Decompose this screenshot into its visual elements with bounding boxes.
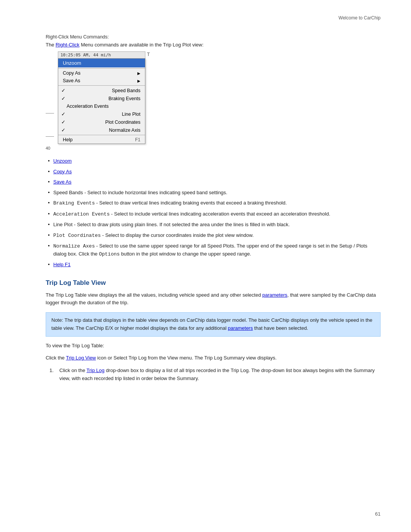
trip-log-view-link[interactable]: Trip Log View	[66, 355, 96, 361]
chart-header-bar: 10:25:05 AM, 44 mi/h	[58, 51, 145, 58]
bullet-unzoom: Unzoom	[46, 157, 381, 165]
right-click-label: Right-Click Menu Commands:	[46, 34, 381, 40]
trip-log-intro: The Trip Log Table view displays the all…	[46, 291, 381, 307]
help-f1-link[interactable]: Help F1	[53, 262, 71, 267]
menu-bullet-list: Unzoom Copy As Save As Speed Bands - Sel…	[46, 157, 381, 268]
step-1-number: 1.	[49, 367, 54, 375]
bullet-copy-as: Copy As	[46, 168, 381, 176]
step-list: 1. Click on the Trip Log drop-down box t…	[46, 367, 381, 383]
right-click-link[interactable]: Right-Click	[56, 42, 80, 48]
step-1: 1. Click on the Trip Log drop-down box t…	[46, 367, 381, 383]
bullet-speed-bands: Speed Bands - Select to include horizont…	[46, 189, 381, 197]
page-number: 61	[375, 511, 381, 517]
bullet-help: Help F1	[46, 261, 381, 268]
context-menu-image: 40 10:25:05 AM, 44 mi/h Unzoom Copy As ▶	[46, 51, 167, 150]
save-as-arrow: ▶	[137, 79, 140, 83]
menu-copy-as[interactable]: Copy As ▶	[58, 69, 145, 77]
menu-plot-coordinates[interactable]: Plot Coordinates	[58, 118, 145, 126]
copy-as-arrow: ▶	[137, 71, 140, 75]
menu-normalize-axis[interactable]: Normalize Axis	[58, 126, 145, 134]
bullet-plot-coordinates: Plot Coordinates - Select to display the…	[46, 232, 381, 240]
help-shortcut: F1	[135, 137, 140, 142]
bullet-line-plot: Line Plot - Select to draw plots using p…	[46, 221, 381, 228]
bullet-acceleration-events: Acceleration Events - Select to include …	[46, 210, 381, 218]
note-text: Note: The trip data that displays in the…	[51, 317, 373, 331]
bullet-braking-events: Braking Events - Select to draw vertical…	[46, 199, 381, 207]
bullet-normalize-axes: Normalize Axes - Select to use the same …	[46, 242, 381, 258]
context-menu: Unzoom Copy As ▶ Save As ▶ Speed Bands B…	[58, 58, 145, 144]
header-title: Welcome to CarChip	[339, 15, 381, 21]
note-box: Note: The trip data that displays in the…	[46, 312, 381, 337]
parameters-link-note[interactable]: parameters	[228, 325, 253, 331]
click-text: Click the Trip Log View icon or Select T…	[46, 354, 381, 362]
section-title: Trip Log Table View	[46, 279, 381, 287]
menu-line-plot[interactable]: Line Plot	[58, 110, 145, 118]
menu-speed-bands[interactable]: Speed Bands	[58, 86, 145, 94]
menu-help[interactable]: Help F1	[58, 136, 145, 144]
copy-as-link[interactable]: Copy As	[53, 169, 72, 174]
trip-log-dropdown-link[interactable]: Trip Log	[86, 367, 104, 373]
intro-text: The Right-Click Menu commands are availa…	[46, 42, 381, 48]
menu-save-as[interactable]: Save As ▶	[58, 77, 145, 85]
page-footer: 61	[375, 511, 381, 517]
to-view-label: To view the Trip Log Table:	[46, 342, 381, 350]
page-header: Welcome to CarChip	[339, 15, 381, 21]
bullet-save-as: Save As	[46, 178, 381, 186]
trip-log-table-section: Trip Log Table View The Trip Log Table v…	[46, 279, 381, 383]
unzoom-link[interactable]: Unzoom	[53, 158, 72, 164]
save-as-link[interactable]: Save As	[53, 179, 72, 185]
parameters-link-1[interactable]: parameters	[262, 292, 287, 298]
menu-acceleration-events[interactable]: Acceleration Events	[58, 102, 145, 110]
menu-unzoom[interactable]: Unzoom	[58, 59, 145, 67]
menu-braking-events[interactable]: Braking Events	[58, 94, 145, 102]
